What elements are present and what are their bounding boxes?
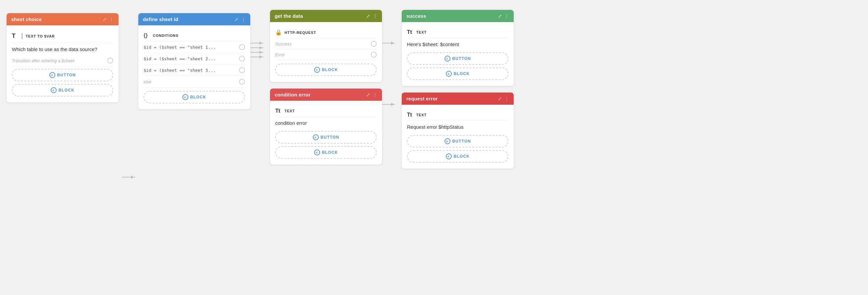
card-header-request-error: request error ⤢ ⋮ [402,93,514,105]
expand-icon-6[interactable]: ⤢ [498,96,502,101]
more-icon-3[interactable]: ⋮ [373,13,377,19]
block-type-row-4: Tt TEXT [407,27,508,38]
success-dot[interactable] [371,41,377,47]
plus-icon-btn-5: + [313,134,319,140]
arrow-head-bot [259,51,264,54]
error-dot[interactable] [371,52,377,58]
card-title-sheet-choice: sheet choice [11,17,42,22]
add-block-btn-1[interactable]: + BLOCK [12,84,113,96]
plus-icon-block-1: + [51,87,57,93]
plus-icon-block-4: + [446,71,452,77]
transition-dot-1[interactable] [107,58,113,64]
header-actions-5: ⤢ ⋮ [366,92,377,97]
more-icon-5[interactable]: ⋮ [373,92,377,97]
card-header-condition-error: condition error ⤢ ⋮ [270,89,382,101]
text-icon-4: Tt [407,29,413,35]
success-text-content: Here's $sheet: $content [407,38,508,50]
text-label-4: TEXT [416,30,427,34]
plus-icon-btn-1: + [50,72,55,78]
multi-arrow-mid [250,47,264,48]
block-type-row-5: Tt TEXT [275,105,377,117]
arrow-head-mid [259,46,264,50]
add-button-btn-4[interactable]: + BUTTON [407,52,508,65]
multi-arrow-area [250,43,270,57]
block-type-row-6: Tt TEXT [407,109,508,121]
more-icon-2[interactable]: ⋮ [241,17,246,22]
add-block-label-4: BLOCK [454,71,470,76]
expand-icon-3[interactable]: ⤢ [366,13,370,19]
conditions-label: CONDITIONS [153,34,179,37]
card-define-sheet-id: define sheet id ⤢ ⋮ {} CONDITIONS $id = … [138,13,250,109]
plus-icon-block-2: + [182,94,188,100]
card-success: success ⤢ ⋮ Tt TEXT Here's $sheet: $cont… [402,10,514,86]
plus-icon-block-5: + [314,150,320,155]
multi-arrow-bot [250,52,264,53]
add-button-btn-1[interactable]: + BUTTON [12,69,113,81]
add-block-label-6: BLOCK [454,154,470,159]
card-body-sheet-choice: T TEXT TO $VAR Which table to use as the… [7,25,119,102]
condition-dot-3[interactable] [239,67,245,73]
canvas: sheet choice ⤢ ⋮ T TEXT TO $VAR Which ta… [0,0,868,295]
text-icon-5: Tt [275,108,282,114]
right-arrow-2 [382,104,395,105]
header-actions-4: ⤢ ⋮ [498,13,509,19]
error-transition-row: Error [275,50,377,60]
error-label: Error [275,52,285,57]
more-icon-1[interactable]: ⋮ [109,17,114,22]
block-type-row-2: {} CONDITIONS [144,30,245,41]
arrow-1 [119,177,138,177]
text-label-6: TEXT [416,113,427,117]
add-button-label-5: BUTTON [321,135,340,140]
text-icon-6: Tt [407,112,413,118]
plus-icon-btn-6: + [444,138,451,144]
condition-dot-2[interactable] [239,56,245,62]
add-button-label-1: BUTTON [57,73,76,77]
condition-text-3: $id = ($sheet == "sheet 3... [144,68,216,73]
text-to-var-icon: T [12,33,19,39]
right-arrows [382,43,402,105]
card-header-sheet-choice: sheet choice ⤢ ⋮ [7,13,119,25]
success-label: Success [275,41,291,46]
expand-icon-4[interactable]: ⤢ [498,13,502,19]
card-body-condition-error: Tt TEXT condition error + BUTTON + BLOCK [270,101,382,165]
condition-dot-1[interactable] [239,44,245,50]
text-to-var-label: TEXT TO $VAR [26,34,55,38]
condition-text-2: $id = ($sheet == "sheet 2... [144,56,216,61]
more-icon-6[interactable]: ⋮ [504,96,509,101]
card-header-define-sheet-id: define sheet id ⤢ ⋮ [138,13,250,25]
add-block-btn-3[interactable]: + BLOCK [275,64,377,76]
add-block-btn-6[interactable]: + BLOCK [407,150,508,163]
add-button-btn-5[interactable]: + BUTTON [275,131,377,143]
add-button-label-4: BUTTON [453,56,471,61]
condition-row-1: $id = ($sheet == "sheet 1... [144,41,245,53]
add-block-btn-4[interactable]: + BLOCK [407,67,508,80]
right-arrow-1 [382,43,395,43]
card-body-success: Tt TEXT Here's $sheet: $content + BUTTON… [402,22,514,86]
card-title-define-sheet-id: define sheet id [143,17,178,22]
card-header-success: success ⤢ ⋮ [402,10,514,22]
add-block-btn-5[interactable]: + BLOCK [275,146,377,159]
add-block-label-3: BLOCK [322,67,338,72]
add-block-btn-2[interactable]: + BLOCK [144,91,245,103]
condition-text-else: else [144,79,152,84]
add-block-label-1: BLOCK [59,88,75,93]
plus-icon-btn-4: + [444,56,451,62]
plus-icon-block-6: + [446,154,452,159]
add-button-btn-6[interactable]: + BUTTON [407,135,508,148]
card-title-get-the-data: get the data [275,13,303,19]
condition-error-text: condition error [275,117,377,128]
expand-icon-2[interactable]: ⤢ [235,17,239,22]
add-button-label-6: BUTTON [453,139,471,143]
card-body-request-error: Tt TEXT Request error $httpStatus + BUTT… [402,105,514,169]
arrow-head-else [259,55,264,59]
condition-dot-else[interactable] [239,79,245,85]
header-actions-6: ⤢ ⋮ [498,96,509,101]
expand-icon-1[interactable]: ⤢ [103,17,107,22]
header-actions-3: ⤢ ⋮ [366,13,377,19]
more-icon-4[interactable]: ⋮ [504,13,509,19]
expand-icon-5[interactable]: ⤢ [366,92,370,97]
card-sheet-choice: sheet choice ⤢ ⋮ T TEXT TO $VAR Which ta… [7,13,119,102]
question-text: Which table to use as the data source? [12,42,113,55]
right-section: get the data ⤢ ⋮ 🔒 HTTP-REQUEST Success [270,10,514,169]
card-body-define-sheet-id: {} CONDITIONS $id = ($sheet == "sheet 1.… [138,25,250,109]
